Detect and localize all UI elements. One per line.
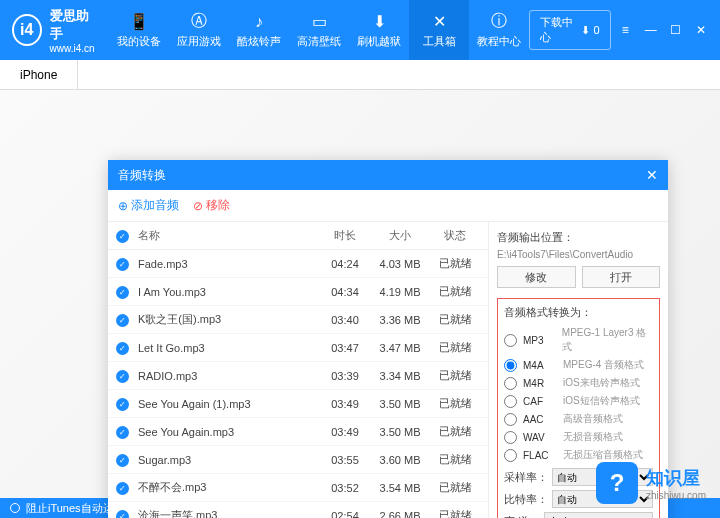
- table-row[interactable]: ✓I Am You.mp304:344.19 MB已就绪: [108, 278, 488, 306]
- table-row[interactable]: ✓Sugar.mp303:553.60 MB已就绪: [108, 446, 488, 474]
- format-radio[interactable]: [504, 334, 517, 347]
- modal-close-icon[interactable]: ✕: [646, 167, 658, 183]
- channel-select[interactable]: 自动: [544, 512, 653, 518]
- format-radio[interactable]: [504, 359, 517, 372]
- nav-item[interactable]: ♪酷炫铃声: [229, 0, 289, 60]
- format-option[interactable]: M4RiOS来电铃声格式: [504, 374, 653, 392]
- row-check[interactable]: ✓: [116, 426, 129, 439]
- table-row[interactable]: ✓Let It Go.mp303:473.47 MB已就绪: [108, 334, 488, 362]
- nav-icon: Ⓐ: [189, 12, 209, 32]
- table-row[interactable]: ✓See You Again.mp303:493.50 MB已就绪: [108, 418, 488, 446]
- nav-icon: ✕: [429, 12, 449, 32]
- table-row[interactable]: ✓Fade.mp304:244.03 MB已就绪: [108, 250, 488, 278]
- nav-icon: ⓘ: [489, 12, 509, 32]
- logo-icon: i4: [12, 14, 42, 46]
- table-row[interactable]: ✓沧海一声笑.mp302:542.66 MB已就绪: [108, 502, 488, 518]
- row-check[interactable]: ✓: [116, 342, 129, 355]
- nav-icon: ♪: [249, 12, 269, 32]
- status-icon: [10, 503, 20, 513]
- format-option[interactable]: MP3MPEG-1 Layer3 格式: [504, 324, 653, 356]
- row-check[interactable]: ✓: [116, 510, 129, 519]
- watermark-icon: ?: [596, 462, 638, 504]
- plus-icon: ⊕: [118, 199, 128, 213]
- modal-toolbar: ⊕ 添加音频 ⊘ 移除: [108, 190, 668, 222]
- table-row[interactable]: ✓RADIO.mp303:393.34 MB已就绪: [108, 362, 488, 390]
- nav: 📱我的设备Ⓐ应用游戏♪酷炫铃声▭高清壁纸⬇刷机越狱✕工具箱ⓘ教程中心: [109, 0, 529, 60]
- download-center-button[interactable]: 下载中心 ⬇ 0: [529, 10, 611, 50]
- brand-sub: www.i4.cn: [50, 43, 97, 54]
- download-icon: ⬇: [581, 24, 590, 37]
- list-header: ✓ 名称 时长 大小 状态: [108, 222, 488, 250]
- tool-grid: [10, 100, 710, 120]
- open-button[interactable]: 打开: [582, 266, 661, 288]
- format-option[interactable]: WAV无损音频格式: [504, 428, 653, 446]
- nav-item[interactable]: 📱我的设备: [109, 0, 169, 60]
- brand-title: 爱思助手: [50, 7, 97, 43]
- remove-icon: ⊘: [193, 199, 203, 213]
- row-check[interactable]: ✓: [116, 454, 129, 467]
- format-radio[interactable]: [504, 413, 517, 426]
- top-bar: i4 爱思助手 www.i4.cn 📱我的设备Ⓐ应用游戏♪酷炫铃声▭高清壁纸⬇刷…: [0, 0, 720, 60]
- window-buttons: 下载中心 ⬇ 0 ≡ — ☐ ✕: [529, 10, 720, 50]
- menu-icon[interactable]: ≡: [615, 18, 636, 42]
- format-title: 音频格式转换为：: [504, 305, 653, 320]
- device-tab[interactable]: iPhone: [0, 60, 78, 89]
- modal-title: 音频转换: [118, 167, 166, 184]
- file-list-panel: ✓ 名称 时长 大小 状态 ✓Fade.mp304:244.03 MB已就绪✓I…: [108, 222, 488, 518]
- format-radio[interactable]: [504, 431, 517, 444]
- nav-icon: ▭: [309, 12, 329, 32]
- row-check[interactable]: ✓: [116, 482, 129, 495]
- format-option[interactable]: CAFiOS短信铃声格式: [504, 392, 653, 410]
- format-radio[interactable]: [504, 449, 517, 462]
- nav-item[interactable]: ⬇刷机越狱: [349, 0, 409, 60]
- row-check[interactable]: ✓: [116, 286, 129, 299]
- minimize-icon[interactable]: —: [640, 18, 661, 42]
- logo: i4 爱思助手 www.i4.cn: [0, 7, 109, 54]
- modify-button[interactable]: 修改: [497, 266, 576, 288]
- sub-bar: iPhone: [0, 60, 720, 90]
- output-title: 音频输出位置：: [497, 230, 660, 245]
- remove-button[interactable]: ⊘ 移除: [193, 197, 230, 214]
- check-all[interactable]: ✓: [116, 230, 129, 243]
- format-radio[interactable]: [504, 395, 517, 408]
- close-icon[interactable]: ✕: [691, 18, 712, 42]
- modal-title-bar: 音频转换 ✕: [108, 160, 668, 190]
- add-audio-button[interactable]: ⊕ 添加音频: [118, 197, 179, 214]
- format-radio[interactable]: [504, 377, 517, 390]
- watermark: ? 知识屋 zhishiwu.com: [596, 462, 706, 504]
- audio-convert-modal: 音频转换 ✕ ⊕ 添加音频 ⊘ 移除 ✓ 名称 时长 大小 状态: [108, 160, 668, 518]
- nav-icon: ⬇: [369, 12, 389, 32]
- table-row[interactable]: ✓不醉不会.mp303:523.54 MB已就绪: [108, 474, 488, 502]
- nav-icon: 📱: [129, 12, 149, 32]
- content: 音频转换 ✕ ⊕ 添加音频 ⊘ 移除 ✓ 名称 时长 大小 状态: [0, 90, 720, 498]
- output-path: E:\i4Tools7\Files\ConvertAudio: [497, 249, 660, 260]
- row-check[interactable]: ✓: [116, 398, 129, 411]
- row-check[interactable]: ✓: [116, 258, 129, 271]
- format-option[interactable]: M4AMPEG-4 音频格式: [504, 356, 653, 374]
- table-row[interactable]: ✓See You Again (1).mp303:493.50 MB已就绪: [108, 390, 488, 418]
- nav-item[interactable]: ▭高清壁纸: [289, 0, 349, 60]
- file-list[interactable]: ✓Fade.mp304:244.03 MB已就绪✓I Am You.mp304:…: [108, 250, 488, 518]
- maximize-icon[interactable]: ☐: [665, 18, 686, 42]
- nav-item[interactable]: ⓘ教程中心: [469, 0, 529, 60]
- row-check[interactable]: ✓: [116, 314, 129, 327]
- nav-item[interactable]: ✕工具箱: [409, 0, 469, 60]
- format-option[interactable]: AAC高级音频格式: [504, 410, 653, 428]
- nav-item[interactable]: Ⓐ应用游戏: [169, 0, 229, 60]
- row-check[interactable]: ✓: [116, 370, 129, 383]
- table-row[interactable]: ✓K歌之王(国).mp303:403.36 MB已就绪: [108, 306, 488, 334]
